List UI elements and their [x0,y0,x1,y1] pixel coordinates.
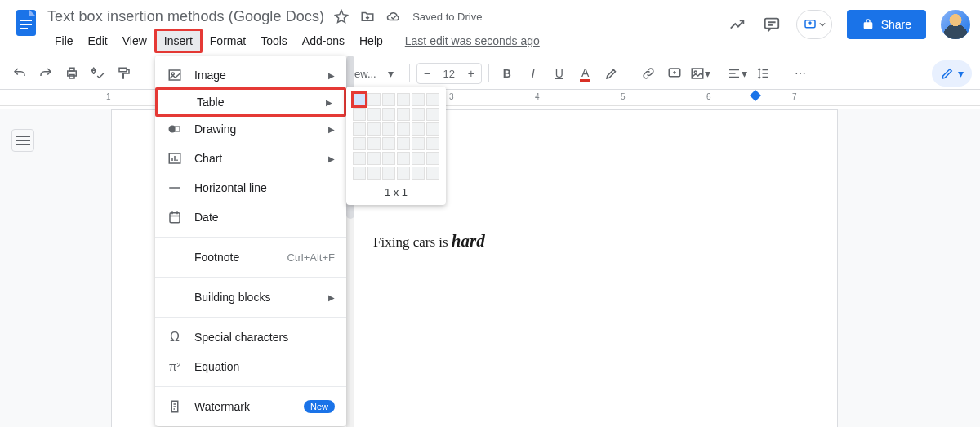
undo-button[interactable] [8,62,31,85]
table-cell[interactable] [397,108,410,121]
align-button[interactable]: ▾ [726,62,749,85]
move-to-folder-icon[interactable] [360,9,375,24]
bold-button[interactable]: B [496,62,519,85]
table-cell[interactable] [412,167,425,180]
table-cell[interactable] [382,152,395,165]
table-cell[interactable] [368,167,381,180]
italic-button[interactable]: I [522,62,545,85]
font-size-increase[interactable]: + [461,67,481,80]
font-size-decrease[interactable]: − [417,67,437,80]
table-cell-1-1[interactable] [353,93,366,106]
document-title[interactable]: Text box insertion methods (Google Docs) [47,8,324,25]
insert-footnote-item[interactable]: Footnote Ctrl+Alt+F [155,242,346,272]
insert-date-item[interactable]: Date [155,202,346,232]
insert-table-item[interactable]: Table ▶ [155,87,346,117]
svg-rect-7 [69,68,74,71]
last-edit-link[interactable]: Last edit was seconds ago [405,34,540,47]
editing-mode-button[interactable]: ▾ [932,60,972,87]
add-comment-button[interactable] [663,62,686,85]
paint-format-button[interactable] [113,62,136,85]
menu-item-label: Equation [194,360,239,373]
print-button[interactable] [60,62,83,85]
menu-addons[interactable]: Add-ons [295,31,352,51]
menu-file[interactable]: File [47,31,81,51]
line-spacing-button[interactable] [752,62,775,85]
submenu-arrow-icon: ▶ [328,293,335,302]
font-dropdown-icon[interactable]: ▾ [380,62,403,85]
star-icon[interactable] [334,9,349,24]
insert-equation-item[interactable]: π² Equation [155,352,346,381]
table-cell[interactable] [426,93,439,106]
table-cell[interactable] [397,152,410,165]
table-cell[interactable] [368,122,381,136]
document-text-line[interactable]: Fixing cars is hard [373,231,764,251]
menu-edit[interactable]: Edit [81,31,115,51]
table-cell[interactable] [426,122,439,136]
insert-hr-item[interactable]: Horizontal line [155,173,346,202]
table-cell[interactable] [353,108,366,121]
table-cell[interactable] [426,137,439,150]
menu-tools[interactable]: Tools [253,31,295,51]
table-cell[interactable] [368,137,381,150]
menu-bar: File Edit View Insert Format Tools Add-o… [47,29,728,52]
table-cell[interactable] [353,122,366,136]
table-cell[interactable] [382,137,395,150]
outline-toggle-icon[interactable] [11,129,34,152]
text-color-button[interactable]: A [574,62,597,85]
table-cell[interactable] [412,122,425,136]
menu-format[interactable]: Format [203,31,253,51]
highlight-button[interactable] [600,62,623,85]
menu-insert[interactable]: Insert [154,29,203,53]
table-size-grid[interactable] [353,93,439,180]
insert-drawing-item[interactable]: Drawing ▶ [155,114,346,144]
table-cell[interactable] [368,108,381,121]
table-cell[interactable] [368,93,381,106]
share-button[interactable]: Share [847,10,926,39]
ruler-num: 3 [449,92,454,101]
account-avatar[interactable] [941,10,970,39]
insert-chart-item[interactable]: Chart ▶ [155,144,346,173]
more-button[interactable]: ⋯ [789,62,812,85]
insert-watermark-item[interactable]: Watermark New [155,392,346,421]
table-cell[interactable] [368,152,381,165]
link-button[interactable] [637,62,660,85]
menu-view[interactable]: View [115,31,154,51]
table-cell[interactable] [412,152,425,165]
redo-button[interactable] [34,62,57,85]
table-cell[interactable] [426,108,439,121]
table-cell[interactable] [397,137,410,150]
table-cell[interactable] [412,108,425,121]
insert-special-chars-item[interactable]: Ω Special characters [155,322,346,352]
table-cell[interactable] [412,93,425,106]
insert-building-blocks-item[interactable]: Building blocks ▶ [155,282,346,312]
right-indent-marker[interactable] [750,90,761,101]
table-cell[interactable] [397,122,410,136]
table-cell[interactable] [412,137,425,150]
table-cell[interactable] [397,93,410,106]
font-size-value[interactable]: 12 [437,68,461,80]
table-cell[interactable] [382,108,395,121]
insert-image-item[interactable]: Image ▶ [155,60,346,90]
table-cell[interactable] [426,167,439,180]
menu-help[interactable]: Help [352,31,390,51]
table-cell[interactable] [353,167,366,180]
font-family-display[interactable]: ew... [354,68,376,80]
table-cell[interactable] [382,167,395,180]
insert-image-button[interactable]: ▾ [689,62,712,85]
horizontal-ruler[interactable]: 1 3 4 5 6 7 [0,90,980,106]
omega-icon: Ω [167,329,183,345]
trend-icon[interactable] [728,15,747,34]
table-cell[interactable] [426,152,439,165]
spellcheck-button[interactable] [87,62,109,85]
comments-icon[interactable] [762,15,782,34]
underline-button[interactable]: U [548,62,571,85]
table-cell[interactable] [382,93,395,106]
docs-app-icon[interactable] [10,7,42,39]
svg-rect-3 [20,28,28,29]
cloud-saved-icon[interactable] [386,9,401,24]
table-cell[interactable] [382,122,395,136]
present-button[interactable] [796,10,832,39]
table-cell[interactable] [353,137,366,150]
table-cell[interactable] [353,152,366,165]
table-cell[interactable] [397,167,410,180]
